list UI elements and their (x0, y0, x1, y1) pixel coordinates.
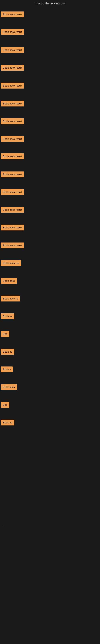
bottleneck-item-12: Bottleneck result (1, 207, 24, 214)
bottleneck-item-9: Bottleneck result (1, 153, 24, 160)
bottleneck-item-23: Bott (1, 402, 9, 408)
site-title: TheBottlenecker.com (0, 0, 100, 8)
bottleneck-badge[interactable]: Bottleneck res (1, 260, 21, 266)
bottleneck-badge[interactable]: Bottleneck result (1, 100, 24, 106)
bottleneck-item-18: Bottlene (1, 313, 14, 320)
bottleneck-item-22: Bottleneck (1, 384, 17, 391)
bottleneck-badge[interactable]: Bottleneck result (1, 118, 24, 124)
bottleneck-badge[interactable]: Bottlene (1, 349, 14, 354)
bottleneck-item-11: Bottleneck result (1, 189, 24, 196)
bottleneck-badge[interactable]: Bottleneck result (1, 189, 24, 195)
bottleneck-badge[interactable]: Bottleneck result (1, 83, 24, 88)
bottleneck-item-16: Bottleneck (1, 278, 17, 284)
bottleneck-item-14: Bottleneck result (1, 242, 24, 249)
bottleneck-item-1: Bottleneck result (1, 12, 24, 18)
ellipsis-area: ... (1, 523, 4, 527)
bottleneck-item-4: Bottleneck result (1, 65, 24, 72)
bottleneck-item-24: Bottlene (1, 420, 14, 426)
bottleneck-badge[interactable]: Bottleneck (1, 278, 17, 284)
bottleneck-item-2: Bottleneck result (1, 29, 24, 36)
bottleneck-item-13: Bottleneck result (1, 224, 24, 231)
bottleneck-item-3: Bottleneck result (1, 47, 24, 54)
bottleneck-badge[interactable]: Bottleneck result (1, 224, 24, 230)
bottleneck-badge[interactable]: Bottleneck result (1, 207, 24, 213)
bottleneck-badge[interactable]: Bott (1, 402, 9, 408)
bottleneck-badge[interactable]: Bottleneck result (1, 29, 24, 35)
bottleneck-badge[interactable]: Bottleneck result (1, 172, 24, 177)
bottleneck-item-17: Bottleneck re (1, 296, 20, 302)
bottleneck-badge[interactable]: Bottleneck (1, 384, 17, 390)
bottleneck-badge[interactable]: Bott (1, 331, 9, 337)
bottleneck-item-8: Bottleneck result (1, 136, 24, 143)
bottleneck-badge[interactable]: Bottlene (1, 420, 14, 426)
bottleneck-badge[interactable]: Bottlene (1, 313, 14, 319)
bottleneck-item-20: Bottlene (1, 349, 14, 356)
bottleneck-badge[interactable]: Bottleneck result (1, 136, 24, 142)
bottleneck-item-5: Bottleneck result (1, 83, 24, 89)
bottleneck-item-10: Bottleneck result (1, 172, 24, 178)
bottleneck-item-21: Bottlen (1, 366, 13, 373)
bottleneck-badge[interactable]: Bottleneck result (1, 12, 24, 17)
bottleneck-badge[interactable]: Bottleneck re (1, 296, 20, 302)
bottleneck-badge[interactable]: Bottleneck result (1, 153, 24, 159)
bottleneck-badge[interactable]: Bottleneck result (1, 242, 24, 248)
ellipsis-text: ... (1, 522, 4, 528)
bottleneck-badge[interactable]: Bottleneck result (1, 65, 24, 71)
bottleneck-badge[interactable]: Bottlen (1, 366, 13, 372)
bottleneck-item-15: Bottleneck res (1, 260, 21, 267)
page-wrapper: TheBottlenecker.com Bottleneck resultBot… (0, 0, 100, 644)
bottleneck-item-7: Bottleneck result (1, 118, 24, 125)
bottleneck-badge[interactable]: Bottleneck result (1, 47, 24, 53)
bottleneck-item-19: Bott (1, 331, 9, 338)
bottleneck-item-6: Bottleneck result (1, 100, 24, 107)
